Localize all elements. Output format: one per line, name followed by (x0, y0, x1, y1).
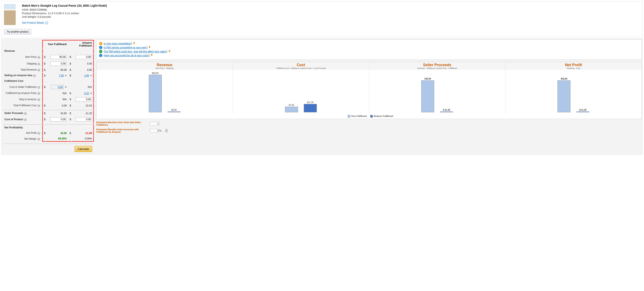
help-icon[interactable]: ? (38, 63, 40, 65)
chart-revenue-sub: Item Price + Shipping (98, 67, 231, 69)
help-icon[interactable]: ? (38, 69, 40, 71)
af-net-margin: 0.00% (85, 137, 92, 140)
expand-icon[interactable] (169, 51, 170, 52)
bar (285, 107, 298, 112)
yf-selling-fees-dropdown[interactable]: 7.50 (59, 74, 64, 77)
bar-value-label: $-11.20 (579, 109, 586, 111)
row-item-price: Item Price? (3, 54, 42, 60)
yf-fba-fees-na: N/A (62, 92, 67, 95)
est-monthly-units-label: Estimated Monthly Units Sold with Seller… (96, 121, 146, 126)
spinner-down-icon[interactable]: ▼ (165, 131, 168, 132)
legend-swatch-yf (348, 115, 350, 118)
product-details-link[interactable]: See Product Details (22, 21, 44, 24)
af-selling-fees-dropdown[interactable]: 1.00 (84, 74, 89, 77)
expand-icon[interactable] (149, 47, 150, 48)
legend-af-label: Amazon Fulfillment (374, 115, 393, 117)
bar (168, 111, 180, 112)
chart-cell: $7.50$11.20 (233, 70, 369, 114)
af-total-revenue: 0.00 (87, 68, 92, 71)
bar-value-label: $42.50 (561, 78, 567, 80)
help-icon[interactable]: ? (38, 92, 40, 95)
af-seller-fulfillment-na: N/A (88, 86, 92, 88)
row-total-fulfillment-cost: Total Fulfillment Cost? (3, 103, 42, 108)
af-total-fulfillment: 10.20 (86, 104, 92, 107)
est-sales-increase-label: Estimated Monthly Sales Increase with Fu… (96, 128, 146, 133)
row-shipping: Shipping? (3, 60, 42, 67)
note-fba-costs-less-link[interactable]: The FBA listing costs less, how will thi… (104, 50, 167, 53)
bar-value-label: $-11.20 (443, 109, 450, 111)
chevron-down-icon (65, 75, 67, 76)
section-seller-proceeds: Seller Proceeds? (3, 111, 42, 116)
row-total-revenue: Total Revenue? (3, 67, 42, 72)
yf-item-price-input[interactable] (50, 55, 67, 59)
chart-cost-title: Cost (234, 63, 367, 67)
yf-net-margin: 85.00% (58, 137, 67, 140)
yf-net-profit: 42.50 (60, 132, 67, 135)
warning-icon: ! (99, 42, 102, 45)
calculate-button[interactable]: Calculate (74, 146, 92, 152)
yf-seller-proceeds: 42.50 (60, 112, 67, 115)
chart-cell: $42.50$-11.20 (506, 70, 642, 114)
check-icon: ✓ (99, 50, 102, 53)
help-icon[interactable]: ? (24, 112, 27, 115)
expand-icon[interactable] (151, 55, 152, 56)
af-cost-of-product-input[interactable] (76, 117, 92, 121)
chart-proceeds-sub: Revenue – Selling on Amazon Fee – Fulfil… (371, 67, 504, 69)
row-net-margin: Net Margin? (3, 136, 42, 142)
help-icon[interactable]: ? (38, 132, 40, 135)
legend-yf-label: Your Fulfillment (351, 115, 367, 117)
chart-cost-sub: Fulfillment Cost + Selling on Amazon Fee… (234, 67, 367, 69)
product-dimensions: Product Dimensions: 11.5 X 6.69 X 3.11 i… (22, 12, 107, 15)
note-fba-competitive-link[interactable]: Is FBA pricing competitive to your own? (104, 46, 148, 49)
est-monthly-units-input[interactable] (150, 122, 160, 125)
chart-netprofit-sub: Revenue - Cost (507, 67, 640, 69)
help-icon[interactable]: ? (38, 138, 40, 140)
yf-shipping-input[interactable] (50, 62, 67, 66)
section-revenue: Revenue (3, 48, 42, 53)
percent-label: % (160, 129, 162, 132)
af-ship-to-amazon-input[interactable] (76, 97, 92, 101)
help-icon[interactable]: ? (38, 56, 40, 59)
bar (421, 80, 434, 112)
chart-revenue-title: Revenue (98, 63, 231, 67)
bar (149, 75, 162, 112)
bar (440, 111, 453, 112)
chart-cell: $42.50$-11.20 (369, 70, 506, 114)
legend-swatch-af (370, 115, 373, 118)
bar-value-label: $7.50 (289, 104, 294, 106)
help-icon[interactable]: ? (38, 86, 40, 89)
yf-ship-to-amazon-na: N/A (62, 98, 67, 101)
row-cost-seller-fulfillment: Cost of Seller Fulfillment? (3, 84, 42, 90)
bar-value-label: $0.00 (171, 109, 176, 111)
help-icon[interactable]: ? (38, 104, 40, 107)
est-sales-increase-input[interactable] (150, 129, 160, 132)
row-fba-fees: Fulfillment by Amazon Fees? (3, 91, 42, 96)
product-card: Match Men's Straight Leg Casual Pants (3… (1, 1, 643, 37)
row-net-profit: Net Profit? (3, 130, 42, 136)
bar (304, 104, 317, 112)
comment-icon: … (99, 54, 102, 57)
bar (576, 111, 589, 112)
yf-cost-of-product-input[interactable] (50, 117, 67, 121)
comment-icon: … (99, 46, 102, 49)
comparison-charts: RevenueItem Price + Shipping CostFulfill… (96, 62, 642, 119)
product-thumbnail (4, 4, 16, 27)
help-icon[interactable]: ? (24, 118, 27, 121)
af-shipping-value: 0.00 (87, 62, 92, 65)
spinner-up-icon[interactable]: ▲ (165, 129, 168, 131)
help-icon[interactable]: ? (33, 74, 36, 77)
calculator-panel: Your Fulfillment Amazon Fulfillment Reve… (2, 39, 94, 154)
note-all-costs-link[interactable]: Have you accounted for all of your costs… (104, 54, 150, 57)
expand-icon[interactable] (133, 43, 135, 44)
section-net-profitability: Net Profitability (3, 125, 42, 130)
yf-seller-fulfillment-dropdown[interactable]: 0.00 (51, 85, 64, 89)
af-item-price-input[interactable] (76, 55, 92, 59)
af-fba-fees-dropdown[interactable]: 5.20 (84, 92, 89, 95)
try-another-product-button[interactable]: Try another product (4, 29, 31, 34)
section-cost-of-product: Cost of Product? (3, 116, 42, 123)
note-price-competitive-link[interactable]: Is your price competitive? (104, 42, 132, 45)
chart-legend: Your Fulfillment Amazon Fulfillment (96, 114, 642, 119)
header-your-fulfillment: Your Fulfillment (42, 40, 68, 48)
chevron-down-icon (65, 87, 67, 88)
help-icon[interactable]: ? (38, 98, 40, 101)
